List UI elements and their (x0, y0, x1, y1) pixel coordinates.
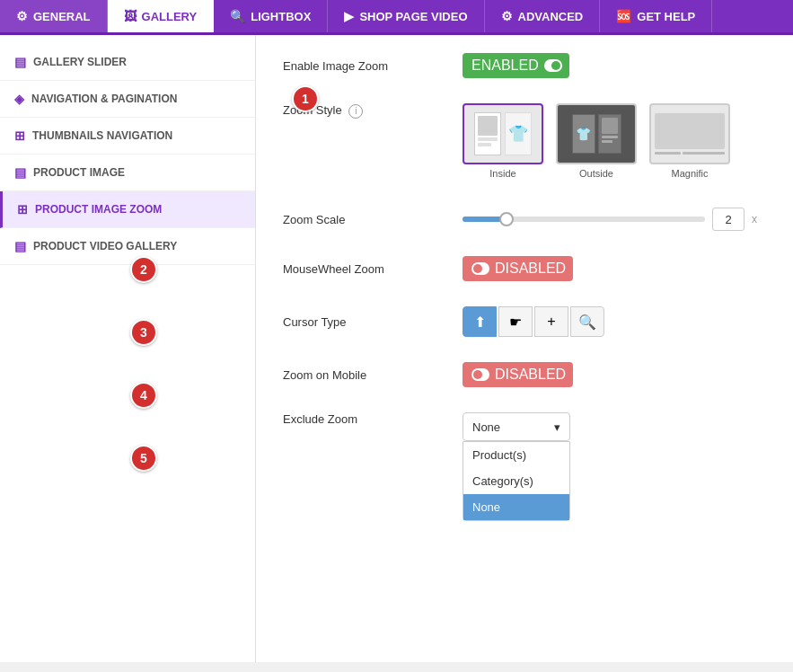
slider-thumb[interactable] (499, 212, 514, 226)
play-icon: ▶ (344, 9, 354, 23)
cursor-btn-crosshair[interactable]: + (534, 306, 568, 337)
gear-icon: ⚙ (16, 9, 28, 23)
enable-image-zoom-control: ENABLED (463, 53, 569, 78)
cursor-btn-zoom[interactable]: 🔍 (570, 306, 604, 337)
sidebar-item-product-video[interactable]: ▤ Product Video Gallery (0, 228, 255, 265)
cursor-type-label: Cursor Type (283, 315, 445, 329)
top-navigation: ⚙ General 🖼 Gallery 🔍 Lightbox ▶ Shop Pa… (0, 0, 793, 35)
zoom-style-row: Zoom Style i 👕 (283, 103, 766, 179)
annotation-5: 5 (130, 445, 157, 472)
exclude-zoom-option-products[interactable]: Product(s) (463, 442, 569, 468)
zoom-scale-row: Zoom Scale 2 x (283, 208, 766, 231)
product-image-icon: ▤ (14, 165, 26, 180)
zoom-style-control: 👕 Inside 👕 (463, 103, 730, 179)
sidebar-item-product-image[interactable]: ▤ Product Image (0, 155, 255, 191)
enable-image-zoom-label: Enable Image Zoom (283, 59, 445, 73)
exclude-zoom-label: Exclude Zoom (283, 412, 445, 426)
toggle-knob-disabled (471, 262, 489, 275)
toggle-knob-disabled-2 (471, 368, 489, 381)
zoom-thumb-outside: 👕 (556, 103, 637, 164)
zoom-style-info-icon[interactable]: i (348, 104, 363, 119)
crosshair-icon: + (547, 314, 555, 330)
mousewheel-zoom-label: MouseWheel Zoom (283, 262, 445, 276)
chevron-down-icon: ▾ (554, 420, 560, 434)
zoom-thumb-magnific (649, 103, 730, 164)
search-icon: 🔍 (230, 9, 245, 23)
enable-image-zoom-row: Enable Image Zoom ENABLED (283, 53, 766, 78)
zoom-on-mobile-toggle[interactable]: DISABLED (463, 362, 573, 387)
product-image-zoom-icon: ⊞ (17, 202, 28, 217)
zoom-style-outside[interactable]: 👕 Outside (556, 103, 637, 179)
content-area: 1 Enable Image Zoom ENABLED Zoom Style i (256, 35, 793, 662)
cursor-type-row: Cursor Type ⬆ ☛ + 🔍 (283, 306, 766, 337)
navigation-icon: ◈ (14, 92, 24, 106)
help-icon: 🆘 (616, 9, 631, 23)
product-video-icon: ▤ (14, 239, 26, 253)
nav-shoppagevideo[interactable]: ▶ Shop Page Video (328, 0, 484, 32)
zoom-scale-value: 2 (712, 208, 745, 231)
sidebar-item-product-image-zoom[interactable]: ⊞ Product Image Zoom (0, 191, 255, 228)
cursor-type-control: ⬆ ☛ + 🔍 (463, 306, 604, 337)
pointer-icon: ⬆ (474, 314, 486, 331)
zoom-scale-unit: x (752, 213, 757, 225)
thumbnails-icon: ⊞ (14, 128, 25, 143)
exclude-zoom-option-categories[interactable]: Category(s) (463, 468, 569, 494)
cursor-btn-pointer[interactable]: ⬆ (463, 306, 497, 337)
sidebar-item-thumbnails[interactable]: ⊞ Thumbnails Navigation (0, 118, 255, 155)
annotation-4: 4 (130, 382, 157, 409)
enable-image-zoom-toggle[interactable]: ENABLED (463, 53, 569, 78)
sidebar-item-gallery-slider[interactable]: ▤ Gallery Slider (0, 44, 255, 81)
zoom-scale-label: Zoom Scale (283, 213, 445, 226)
nav-gallery[interactable]: 🖼 Gallery (108, 0, 215, 32)
gallery-slider-icon: ▤ (14, 55, 26, 69)
mousewheel-zoom-row: MouseWheel Zoom DISABLED (283, 256, 766, 281)
nav-gethelp[interactable]: 🆘 Get Help (600, 0, 712, 32)
zoom-on-mobile-label: Zoom on Mobile (283, 368, 445, 382)
exclude-zoom-control: None ▾ Product(s) Category(s) None (463, 412, 570, 441)
exclude-zoom-dropdown-btn[interactable]: None ▾ (463, 412, 570, 441)
zoom-scale-control: 2 x (463, 208, 757, 231)
zoom-style-magnific[interactable]: Magnific (649, 103, 730, 179)
toggle-knob (544, 59, 562, 72)
advanced-icon: ⚙ (501, 9, 513, 23)
nav-general[interactable]: ⚙ General (0, 0, 108, 32)
zoom-scale-slider[interactable] (463, 217, 705, 222)
zoom-on-mobile-control: DISABLED (463, 362, 573, 387)
zoom-on-mobile-row: Zoom on Mobile DISABLED (283, 362, 766, 387)
cursor-btn-hand[interactable]: ☛ (498, 306, 533, 337)
mousewheel-zoom-toggle[interactable]: DISABLED (463, 256, 573, 281)
exclude-zoom-row: Exclude Zoom None ▾ Product(s) Category(… (283, 412, 766, 441)
sidebar-item-navigation[interactable]: ◈ Navigation & Pagination (0, 81, 255, 118)
zoom-thumb-inside: 👕 (463, 103, 543, 164)
nav-advanced[interactable]: ⚙ Advanced (485, 0, 601, 32)
annotation-2: 2 (130, 256, 157, 283)
nav-lightbox[interactable]: 🔍 Lightbox (214, 0, 328, 32)
exclude-zoom-dropdown: None ▾ Product(s) Category(s) None (463, 412, 570, 441)
sidebar: ▤ Gallery Slider ◈ Navigation & Paginati… (0, 35, 256, 662)
exclude-zoom-dropdown-list: Product(s) Category(s) None (463, 441, 570, 521)
mousewheel-zoom-control: DISABLED (463, 256, 573, 281)
exclude-zoom-option-none[interactable]: None (463, 494, 569, 520)
gallery-icon: 🖼 (124, 9, 137, 23)
zoom-icon: 🔍 (578, 314, 596, 331)
zoom-style-inside[interactable]: 👕 Inside (463, 103, 543, 179)
annotation-1: 1 (292, 85, 319, 112)
annotation-3: 3 (130, 319, 157, 346)
hand-icon: ☛ (509, 314, 522, 331)
